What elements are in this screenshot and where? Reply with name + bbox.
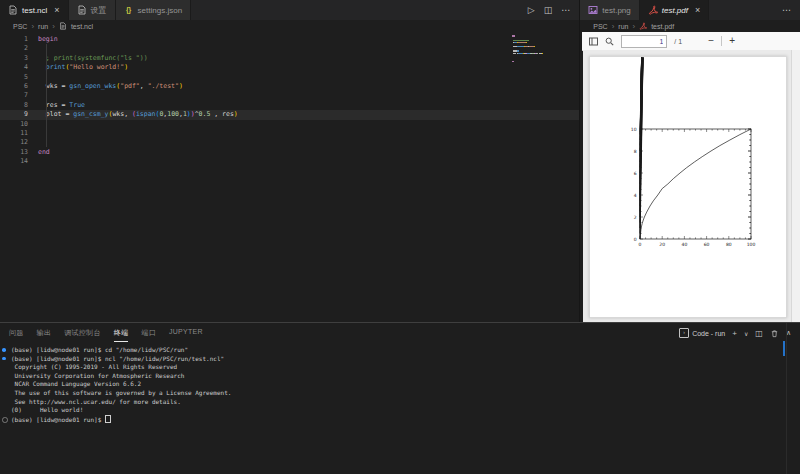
code-line[interactable]: 6 wks = gsn_open_wks("pdf", "./test") [0,82,579,91]
line-number[interactable]: 11 [0,129,38,138]
line-number[interactable]: 8 [0,101,38,110]
image-icon [588,5,598,15]
terminal-line: NCAR Command Language Version 6.6.2 [0,380,786,389]
terminal-text: The use of this software is governed by … [11,389,231,396]
panel-tab-ports[interactable]: 端口 [141,324,156,342]
breadcrumb-separator: › [52,22,55,31]
minimap[interactable] [512,35,554,65]
panel-tab-problems[interactable]: 问题 [9,324,24,342]
file-icon [8,5,18,15]
terminal-profile-button[interactable]: › Code - run [679,328,725,338]
code-line[interactable]: 10 [0,120,579,129]
tab-label: test.png [602,6,630,15]
terminal-dropdown-chevron-icon[interactable]: ∨ [744,330,748,337]
breadcrumb-item[interactable]: PSC [13,23,27,30]
pdf-sidebar-toggle-icon[interactable] [589,37,598,46]
left-tabs: test.ncl×设置{}settings.json [0,0,191,20]
zoom-in-button[interactable]: + [729,36,735,46]
panel-tab-debug-console[interactable]: 调试控制台 [64,324,101,342]
line-number[interactable]: 7 [0,91,38,100]
terminal-scrollbar[interactable] [786,323,787,474]
code-text: print("Hello world!") [38,63,128,72]
line-number[interactable]: 5 [0,73,38,82]
line-number[interactable]: 1 [0,35,38,44]
run-button[interactable]: ▷ [528,5,535,15]
terminal-text: (base) [lidw@node01 run]$ ncl "/home/lid… [11,355,224,362]
line-number[interactable]: 9 [0,110,38,119]
terminal-command-decoration [2,417,8,423]
terminal[interactable]: (base) [lidw@node01 run]$ cd "/home/lidw… [0,346,786,474]
more-actions-button[interactable]: ⋯ [561,5,570,15]
left-editor-actions: ▷ ◫ ⋯ [519,0,579,20]
pdf-scrollbar[interactable] [791,50,800,322]
breadcrumb-item[interactable]: test.ncl [71,23,93,30]
line-number[interactable]: 3 [0,54,38,63]
tab-test-pdf[interactable]: test.pdf× [640,0,710,20]
breadcrumb-item[interactable]: run [38,23,48,30]
tab-test-png[interactable]: test.png [580,0,639,20]
terminal-text: Copyright (C) 1995-2019 - All Rights Res… [11,363,177,370]
tab-settings-json[interactable]: {}settings.json [116,0,191,20]
indent-guide [46,44,47,147]
breadcrumb-item[interactable]: PSC [593,23,607,30]
code-editor[interactable]: 1begin23 ; print(systemfunc("ls "))4 pri… [0,32,579,166]
split-terminal-button[interactable]: ◫ [755,329,763,338]
kill-terminal-button[interactable] [770,329,779,338]
panel-tab-jupyter[interactable]: JUPYTER [169,324,203,342]
code-line[interactable]: 1begin [0,35,579,44]
code-text: end [38,148,50,157]
code-line[interactable]: 5 [0,73,579,82]
split-editor-button[interactable]: ◫ [544,5,553,15]
terminal-text: University Corporation for Atmospheric R… [11,372,184,379]
line-number[interactable]: 10 [0,120,38,129]
search-icon[interactable] [605,37,614,46]
code-line[interactable]: 4 print("Hello world!") [0,63,579,72]
close-icon[interactable]: × [695,6,700,15]
file-icon [59,22,67,30]
code-line[interactable]: 9 plot = gsn_csm_y(wks, (ispan(0,100,1))… [0,110,579,119]
svg-text:0: 0 [634,237,637,242]
line-number[interactable]: 14 [0,157,38,166]
tab-test-ncl[interactable]: test.ncl× [0,0,69,20]
tab-label: test.ncl [22,6,47,15]
right-tabs: test.pngtest.pdf× [580,0,709,20]
new-terminal-button[interactable]: + [732,329,737,338]
code-line[interactable]: 14 [0,157,579,166]
breadcrumb-separator: › [612,22,615,31]
terminal-icon: › [679,328,689,338]
code-line[interactable]: 2 [0,44,579,53]
pdf-viewer: 0204060801000246810 [583,50,800,322]
svg-text:4: 4 [634,193,637,198]
line-number[interactable]: 4 [0,63,38,72]
code-line[interactable]: 12 [0,138,579,147]
code-line[interactable]: 13end [0,148,579,157]
line-number[interactable]: 12 [0,138,38,147]
line-number[interactable]: 13 [0,148,38,157]
more-actions-button[interactable]: ⋯ [782,5,791,15]
code-line[interactable]: 8 res = True [0,101,579,110]
line-number[interactable]: 2 [0,44,38,53]
breadcrumb-item[interactable]: run [618,23,628,30]
code-line[interactable]: 3 ; print(systemfunc("ls ")) [0,54,579,63]
panel-tab-output[interactable]: 输出 [37,324,52,342]
svg-text:80: 80 [726,242,732,247]
svg-text:20: 20 [660,242,666,247]
pdf-page: 0204060801000246810 [589,56,787,318]
close-icon[interactable]: × [54,6,59,15]
terminal-line: University Corporation for Atmospheric R… [0,372,786,381]
tab-label: 设置 [91,5,107,16]
line-number[interactable]: 6 [0,82,38,91]
pdf-plot: 0204060801000246810 [590,57,786,317]
zoom-out-button[interactable]: − [708,36,714,46]
tab-settings-ui[interactable]: 设置 [69,0,116,20]
breadcrumb-item[interactable]: test.pdf [651,23,674,30]
panel-tab-terminal[interactable]: 终端 [114,324,129,342]
terminal-text: See http://www.ncl.ucar.edu/ for more de… [11,398,181,405]
code-line[interactable]: 11 [0,129,579,138]
code-line[interactable]: 7 [0,91,579,100]
pdf-icon [648,5,658,15]
pdf-page-input[interactable] [621,35,667,48]
file-icon [77,5,87,15]
terminal-text: (base) [lidw@node01 run]$ [11,416,105,423]
vscode-window: test.ncl×设置{}settings.json ▷ ◫ ⋯ PSC›run… [0,0,800,474]
